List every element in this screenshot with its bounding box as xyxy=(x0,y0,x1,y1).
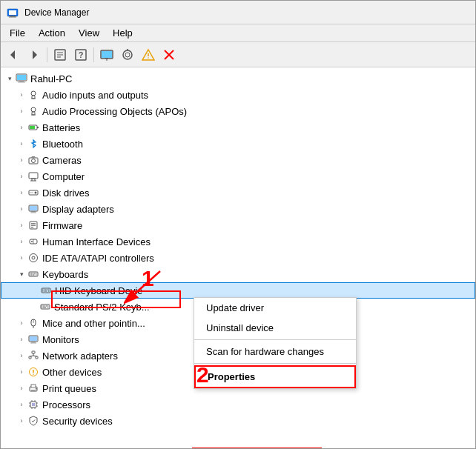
menu-file[interactable]: File xyxy=(4,26,31,40)
tree-item-cameras[interactable]: › Cameras xyxy=(1,152,475,168)
root-label: Rahul-PC xyxy=(30,73,72,84)
svg-rect-82 xyxy=(42,306,43,307)
tree-item-audio-inputs[interactable]: › Audio inputs and outputs xyxy=(1,87,475,103)
expand-cameras-icon[interactable]: › xyxy=(16,154,27,166)
title-icon xyxy=(7,7,19,19)
expand-firmware-icon[interactable]: › xyxy=(16,219,27,231)
expand-batteries-icon[interactable]: › xyxy=(16,122,27,133)
expand-apo-icon[interactable]: › xyxy=(16,105,27,117)
expand-root-icon[interactable]: ▾ xyxy=(4,73,16,84)
tree-item-display-adapters[interactable]: › Display adapters xyxy=(1,201,475,217)
print-queues-icon xyxy=(27,382,39,394)
svg-point-28 xyxy=(31,91,36,96)
svg-rect-70 xyxy=(36,275,37,276)
keyboards-label: Keyboards xyxy=(42,269,88,280)
display-adapters-label: Display adapters xyxy=(42,204,114,215)
context-scan-hardware[interactable]: Scan for hardware changes xyxy=(194,342,356,362)
batteries-label: Batteries xyxy=(42,122,80,133)
help-toolbar-button[interactable]: ? xyxy=(71,45,90,64)
expand-display-adapters-icon[interactable]: › xyxy=(16,203,27,215)
expand-hid-icon[interactable]: › xyxy=(16,236,27,247)
tree-item-hid[interactable]: › Human Interface Devices xyxy=(1,233,475,250)
apo-icon xyxy=(27,105,39,117)
root-icon xyxy=(16,73,27,84)
svg-rect-68 xyxy=(31,275,33,276)
tree-item-apo[interactable]: › Audio Processing Objects (APOs) xyxy=(1,103,475,119)
device-manager-window: Device Manager File Action View Help xyxy=(0,0,476,449)
computer-icon xyxy=(27,170,39,182)
menu-view[interactable]: View xyxy=(73,26,105,40)
expand-computer-icon[interactable]: › xyxy=(16,170,27,182)
hid-keyboard-label: HID Keyboard Devic xyxy=(55,285,142,296)
svg-rect-3 xyxy=(9,16,16,17)
svg-rect-58 xyxy=(31,241,33,242)
svg-point-16 xyxy=(123,50,132,59)
menu-bar: File Action View Help xyxy=(1,24,475,42)
tree-item-batteries[interactable]: › Batteries xyxy=(1,119,475,136)
expand-mice-icon[interactable]: › xyxy=(16,317,27,329)
expand-other-icon[interactable]: › xyxy=(16,366,27,378)
expand-hid-keyboard-icon xyxy=(28,285,40,296)
tree-root[interactable]: ▾ Rahul-PC xyxy=(1,70,475,87)
tree-view[interactable]: ▾ Rahul-PC › Audio inputs and out xyxy=(1,67,475,448)
expand-ide-icon[interactable]: › xyxy=(16,252,27,264)
tree-item-security[interactable]: › Security devices xyxy=(1,413,475,429)
expand-print-icon[interactable]: › xyxy=(16,382,27,394)
expand-audio-inputs-icon[interactable]: › xyxy=(16,89,27,101)
svg-point-17 xyxy=(125,53,130,57)
other-devices-label: Other devices xyxy=(42,367,102,378)
svg-rect-96 xyxy=(30,343,36,344)
tree-item-bluetooth[interactable]: › Bluetooth xyxy=(1,136,475,152)
display-adapters-icon xyxy=(27,203,39,215)
svg-point-46 xyxy=(35,192,37,194)
context-uninstall-device[interactable]: Uninstall device xyxy=(194,318,356,338)
expand-keyboards-icon[interactable]: ▾ xyxy=(16,268,27,280)
display-toggle-button[interactable] xyxy=(97,45,116,64)
context-properties[interactable]: Properties xyxy=(194,365,356,388)
tree-item-ide[interactable]: › IDE ATA/ATAPI controllers xyxy=(1,250,475,266)
expand-security-icon[interactable]: › xyxy=(16,415,27,427)
apo-label: Audio Processing Objects (APOs) xyxy=(42,106,187,117)
mice-label: Mice and other pointin... xyxy=(42,318,145,329)
forward-button[interactable] xyxy=(24,45,44,64)
svg-rect-29 xyxy=(32,96,35,99)
expand-network-icon[interactable]: › xyxy=(16,350,27,362)
svg-rect-36 xyxy=(30,126,35,129)
disk-drives-label: Disk drives xyxy=(42,187,90,199)
tree-item-keyboards[interactable]: ▾ Keyboards xyxy=(1,266,475,282)
ide-label: IDE ATA/ATAPI controllers xyxy=(42,253,154,264)
expand-disk-drives-icon[interactable]: › xyxy=(16,187,27,199)
svg-rect-87 xyxy=(42,307,43,308)
svg-rect-76 xyxy=(48,290,50,290)
svg-rect-94 xyxy=(30,336,37,341)
tree-item-hid-keyboard[interactable]: HID Keyboard Devic xyxy=(1,282,475,299)
audio-inputs-label: Audio inputs and outputs xyxy=(42,90,148,101)
properties-toolbar-button[interactable] xyxy=(50,45,70,64)
svg-point-105 xyxy=(33,373,34,375)
expand-processors-icon[interactable]: › xyxy=(16,399,27,410)
hid-icon xyxy=(27,236,39,247)
menu-help[interactable]: Help xyxy=(107,26,139,40)
toolbar-sep-2 xyxy=(93,47,94,62)
warning-toolbar-button[interactable] xyxy=(139,45,158,64)
svg-line-102 xyxy=(33,356,37,356)
tree-item-firmware[interactable]: › Firmware xyxy=(1,217,475,233)
expand-monitors-icon[interactable]: › xyxy=(16,333,27,345)
keyboards-icon xyxy=(27,268,39,280)
expand-bluetooth-icon[interactable]: › xyxy=(16,138,27,150)
delete-toolbar-button[interactable] xyxy=(159,45,179,64)
tree-item-computer[interactable]: › Computer xyxy=(1,168,475,184)
menu-action[interactable]: Action xyxy=(33,26,71,40)
svg-rect-1 xyxy=(9,10,16,15)
tree-item-processors[interactable]: › Processors xyxy=(1,396,475,413)
back-button[interactable] xyxy=(4,45,23,64)
security-label: Security devices xyxy=(42,416,113,427)
context-update-driver[interactable]: Update driver xyxy=(194,298,356,318)
svg-rect-81 xyxy=(41,305,50,309)
context-menu: Update driver Uninstall device Scan for … xyxy=(194,297,357,389)
tree-item-disk-drives[interactable]: › Disk drives xyxy=(1,184,475,201)
bluetooth-icon xyxy=(27,138,39,150)
processors-label: Processors xyxy=(42,399,90,410)
scan-toolbar-button[interactable] xyxy=(118,45,137,64)
svg-point-21 xyxy=(148,57,149,59)
